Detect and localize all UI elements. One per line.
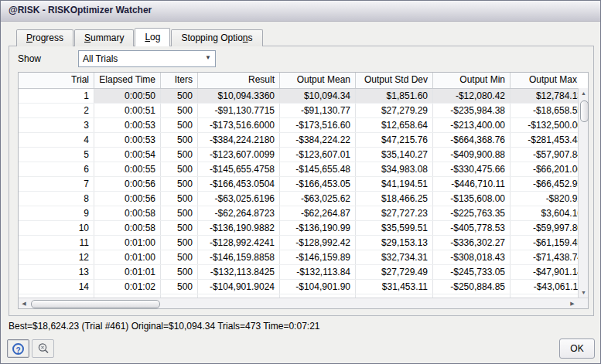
table-cell: $12,784.13 (511, 89, 578, 103)
show-trials-dropdown[interactable]: All Trials ▼ (78, 50, 216, 67)
table-cell: 1 (19, 89, 94, 103)
table-cell: -$66,201.06 (511, 162, 578, 176)
table-cell: 0:01:02 (94, 280, 161, 294)
title-bar[interactable]: @RISK - RISKOptimizer Watcher (1, 1, 600, 22)
tab-progress[interactable]: Progress (16, 29, 73, 46)
tab-summary[interactable]: Summary (74, 29, 134, 46)
table-cell: -$61,159.45 (511, 236, 578, 250)
help-icon: ? (12, 343, 24, 355)
table-cell: 0:00:54 (94, 148, 161, 162)
table-cell: -$213,400.00 (433, 118, 511, 132)
table-row[interactable]: 60:00:55500-$145,655.4758-$145,655.48$34… (19, 162, 578, 177)
table-cell: 4 (19, 133, 94, 147)
riskoptimizer-watcher-dialog: @RISK - RISKOptimizer Watcher ProgressSu… (0, 0, 601, 364)
table-cell: -$145,655.48 (280, 162, 356, 176)
table-row[interactable]: 140:01:02500-$104,901.9024-$104,901.90$3… (19, 280, 578, 294)
column-header-output-std-dev[interactable]: Output Std Dev (356, 73, 433, 88)
table-row[interactable]: 130:01:01500-$132,113.8425-$132,113.84$2… (19, 265, 578, 280)
table-row[interactable]: 10:00:50500$10,094.3360$10,094.34$1,851.… (19, 89, 578, 104)
table-cell: -$409,900.88 (433, 148, 511, 162)
table-cell: -$405,778.53 (433, 221, 511, 235)
table-cell: $12,658.64 (356, 118, 433, 132)
table-cell: 0:00:56 (94, 177, 161, 191)
table-cell: $10,094.3360 (198, 89, 280, 103)
table-cell: -$384,224.22 (280, 133, 356, 147)
table-cell: -$235,984.38 (433, 104, 511, 117)
column-header-output-min[interactable]: Output Min (433, 73, 511, 88)
table-cell: 0:01:00 (94, 236, 161, 250)
table-cell: 500 (161, 265, 198, 279)
table-row[interactable]: 80:00:56500-$63,025.6196-$63,025.62$18,4… (19, 192, 578, 206)
tab-log[interactable]: Log (135, 28, 170, 46)
table-cell: $47,215.76 (356, 133, 433, 147)
table-cell: -$57,907.84 (511, 148, 578, 162)
table-cell: 500 (161, 104, 198, 117)
table-row[interactable]: 70:00:56500-$166,453.0504-$166,453.05$41… (19, 177, 578, 192)
table-row[interactable]: 20:00:51500-$91,130.7715-$91,130.77$27,2… (19, 104, 578, 118)
table-cell: -$225,763.35 (433, 206, 511, 220)
status-text: Best=$18,624.23 (Trial #461) Original=$1… (9, 321, 320, 332)
table-cell: 8 (19, 192, 94, 206)
scroll-left-icon[interactable]: ◀ (19, 298, 29, 308)
dropdown-selected-value: All Trials (83, 53, 118, 64)
table-cell: -$308,018.43 (433, 250, 511, 264)
table-cell: $35,599.51 (356, 221, 433, 235)
scroll-right-icon[interactable]: ▶ (567, 298, 578, 308)
column-header-elapsed-time[interactable]: Elapsed Time (94, 73, 161, 88)
vertical-scroll-thumb[interactable] (580, 100, 589, 122)
table-cell: -$63,025.6196 (198, 192, 280, 206)
table-cell: -$66,452.95 (511, 177, 578, 191)
table-cell: 500 (161, 206, 198, 220)
table-cell: $27,279.29 (356, 104, 433, 117)
horizontal-scroll-thumb[interactable] (31, 300, 160, 308)
tab-bar: ProgressSummaryLogStopping Options (16, 29, 264, 46)
scroll-down-icon[interactable]: ▼ (579, 287, 589, 298)
help-button[interactable]: ? (7, 339, 29, 358)
table-header-row: TrialElapsed TimeItersResultOutput MeanO… (19, 73, 578, 89)
table-cell: 500 (161, 280, 198, 294)
table-cell: 500 (161, 221, 198, 235)
table-row[interactable]: 40:00:53500-$384,224.2180-$384,224.22$47… (19, 133, 578, 148)
tab-stopping-options[interactable]: Stopping Options (171, 29, 262, 46)
table-cell: -$71,438.74 (511, 250, 578, 264)
table-cell: -$173,516.6000 (198, 118, 280, 132)
column-header-trial[interactable]: Trial (19, 73, 94, 88)
column-header-output-max[interactable]: Output Max (511, 73, 578, 88)
table-cell: -$62,264.87 (280, 206, 356, 220)
table-cell: -$446,710.11 (433, 177, 511, 191)
table-cell: -$135,608.00 (433, 192, 511, 206)
table-cell: $18,466.25 (356, 192, 433, 206)
table-cell: 0:00:50 (94, 89, 161, 103)
table-cell: -$18,658.55 (511, 104, 578, 117)
column-header-result[interactable]: Result (198, 73, 280, 88)
table-cell: 500 (161, 192, 198, 206)
table-row[interactable]: 30:00:53500-$173,516.6000-$173,516.60$12… (19, 118, 578, 133)
table-row[interactable]: 50:00:54500-$123,607.0099-$123,607.01$35… (19, 148, 578, 162)
table-cell: -$43,061.11 (511, 280, 578, 294)
table-cell: -$250,884.85 (433, 280, 511, 294)
table-cell: -$12,080.42 (433, 89, 511, 103)
table-cell: -$166,453.0504 (198, 177, 280, 191)
scroll-up-icon[interactable]: ▲ (579, 88, 589, 98)
table-cell: -$145,655.4758 (198, 162, 280, 176)
ok-button[interactable]: OK (559, 338, 595, 359)
vertical-scrollbar[interactable]: ▲ ▼ (578, 88, 588, 298)
chevron-down-icon[interactable]: ▼ (205, 54, 211, 61)
table-cell: -$166,453.05 (280, 177, 356, 191)
table-row[interactable]: 100:00:58500-$136,190.9882-$136,190.99$3… (19, 221, 578, 236)
table-row[interactable]: 110:01:00500-$128,992.4241-$128,992.42$2… (19, 236, 578, 250)
table-viewport: TrialElapsed TimeItersResultOutput MeanO… (19, 73, 578, 298)
table-cell: -$173,516.60 (280, 118, 356, 132)
column-header-iters[interactable]: Iters (161, 73, 198, 88)
table-cell: 500 (161, 250, 198, 264)
horizontal-scrollbar[interactable]: ◀ ▶ (19, 298, 588, 308)
table-row[interactable]: 90:00:58500-$62,264.8723-$62,264.87$27,7… (19, 206, 578, 221)
table-cell: -$62,264.8723 (198, 206, 280, 220)
table-cell: -$820.91 (511, 192, 578, 206)
table-cell: -$123,607.0099 (198, 148, 280, 162)
column-header-output-mean[interactable]: Output Mean (280, 73, 356, 88)
table-row[interactable]: 120:01:00500-$146,159.8858-$146,159.89$3… (19, 250, 578, 265)
table-cell: -$132,113.84 (280, 265, 356, 279)
zoom-utility-button[interactable] (32, 339, 54, 358)
table-cell: 0:00:53 (94, 133, 161, 147)
